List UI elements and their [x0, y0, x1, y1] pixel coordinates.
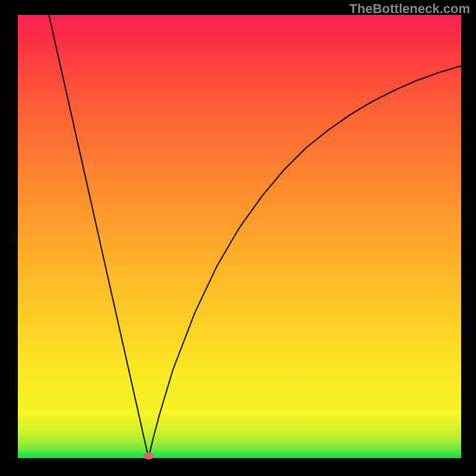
bottleneck-chart [0, 0, 476, 476]
watermark-text: TheBottleneck.com [349, 1, 470, 17]
bottleneck-marker [143, 452, 154, 459]
plot-background [18, 15, 461, 458]
chart-frame: TheBottleneck.com [0, 0, 476, 476]
